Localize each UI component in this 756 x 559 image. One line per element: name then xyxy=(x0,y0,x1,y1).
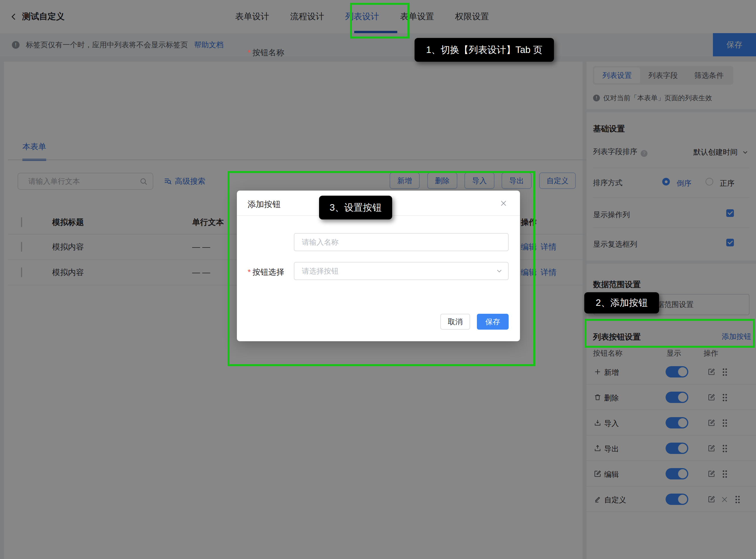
callout-step1: 1、切换【列表设计】Tab 页 xyxy=(414,38,554,62)
callout-step2: 2、添加按钮 xyxy=(584,292,659,313)
callout-step3: 3、设置按钮 xyxy=(319,196,392,220)
highlight-box-list-design-tab xyxy=(350,3,409,39)
highlight-box-list-button-settings xyxy=(585,319,755,348)
button-name-label: *按钮名称 xyxy=(248,47,290,58)
